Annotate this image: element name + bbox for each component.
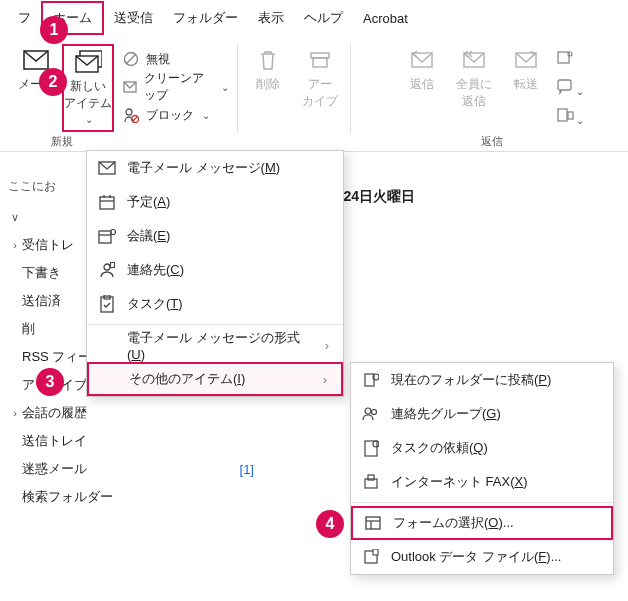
- menubar: フ ホーム 送受信 フォルダー 表示 ヘルプ Acrobat: [0, 0, 628, 36]
- reply-icon: [408, 48, 436, 72]
- mi-task-request[interactable]: タスクの依頼(Q): [351, 431, 613, 465]
- chevron-icon: ›: [8, 407, 22, 419]
- svg-rect-39: [366, 517, 380, 529]
- ribbon-group-reply: 返信 全員に 返信 転送 ⌄ ⌄ 返信: [355, 44, 628, 151]
- menu-view[interactable]: 表示: [248, 3, 294, 33]
- task-icon: [97, 294, 117, 314]
- forward-button[interactable]: 転送: [500, 44, 552, 131]
- mail-icon: [22, 48, 50, 72]
- ribbon-group-new: メール 新しい アイテム ⌄ 新規: [6, 44, 118, 151]
- mi-format[interactable]: 電子メール メッセージの形式(U)›: [87, 328, 343, 362]
- block-button[interactable]: ブロック⌄: [118, 102, 233, 128]
- block-icon: [122, 106, 140, 124]
- svg-rect-43: [373, 549, 378, 555]
- task-request-icon: [361, 438, 381, 458]
- chevron-icon: ∨: [8, 211, 22, 224]
- folder-label: 検索フォルダー: [22, 488, 268, 506]
- replyall-button[interactable]: 全員に 返信: [448, 44, 500, 131]
- folder-label: 送信トレイ: [22, 432, 268, 450]
- new-items-button[interactable]: 新しい アイテム ⌄: [62, 44, 114, 132]
- annotation-marker-3: 3: [36, 368, 64, 396]
- menu-folder[interactable]: フォルダー: [163, 3, 248, 33]
- more-reply-icon[interactable]: ⌄: [556, 106, 584, 127]
- svg-rect-28: [111, 263, 115, 268]
- mi-choose-form[interactable]: フォームの選択(O)...: [351, 506, 613, 540]
- group-icon: [361, 404, 381, 424]
- fax-icon: [361, 472, 381, 492]
- mi-contact[interactable]: 連絡先(C): [87, 253, 343, 287]
- other-items-submenu: 現在のフォルダーに投稿(P) 連絡先グループ(G) タスクの依頼(Q) インター…: [350, 362, 614, 575]
- svg-rect-18: [568, 112, 573, 119]
- ribbon: メール 新しい アイテム ⌄ 新規 無視 クリーンアップ⌄ ブロック⌄ 削除 ア…: [0, 36, 628, 152]
- svg-point-27: [104, 264, 110, 270]
- ignore-icon: [122, 50, 140, 68]
- cleanup-icon: [122, 78, 138, 96]
- menu-file[interactable]: フ: [8, 3, 41, 33]
- mi-email[interactable]: 電子メール メッセージ(M): [87, 151, 343, 185]
- calendar-icon: [97, 192, 117, 212]
- mail-icon: [97, 158, 117, 178]
- menu-sendrecv[interactable]: 送受信: [104, 3, 163, 33]
- replyall-icon: [460, 48, 488, 72]
- annotation-marker-1: 1: [40, 16, 68, 44]
- svg-rect-35: [365, 441, 377, 456]
- svg-point-34: [372, 410, 377, 415]
- svg-point-6: [126, 109, 132, 115]
- svg-rect-14: [558, 52, 569, 63]
- chevron-right-icon: ›: [325, 338, 329, 353]
- datafile-icon: [361, 547, 381, 567]
- archive-button[interactable]: アー カイブ: [294, 44, 346, 114]
- new-items-menu: 電子メール メッセージ(M) 予定(A) 会議(E) 連絡先(C) タスク(T)…: [86, 150, 344, 397]
- ribbon-group-new-label: 新規: [51, 134, 73, 149]
- annotation-marker-4: 4: [316, 510, 344, 538]
- mi-task[interactable]: タスク(T): [87, 287, 343, 321]
- trash-icon: [254, 48, 282, 72]
- new-items-label: 新しい アイテム ⌄: [64, 78, 112, 126]
- svg-point-15: [568, 52, 572, 56]
- folder-item[interactable]: 迷惑メール[1]: [8, 455, 268, 483]
- unread-count: [1]: [240, 462, 268, 477]
- mi-contact-group[interactable]: 連絡先グループ(G): [351, 397, 613, 431]
- folder-item[interactable]: ›会話の履歴: [8, 399, 268, 427]
- mi-post[interactable]: 現在のフォルダーに投稿(P): [351, 363, 613, 397]
- svg-point-36: [373, 441, 379, 447]
- chevron-icon: ›: [8, 239, 22, 251]
- schedule-label: 定表: [300, 214, 622, 238]
- menu-acrobat[interactable]: Acrobat: [353, 5, 418, 32]
- folder-label: 迷惑メール: [22, 460, 240, 478]
- ribbon-group-reply-label: 返信: [481, 134, 503, 149]
- date-heading: 4年9月24日火曜日: [300, 180, 622, 214]
- mi-other-items[interactable]: その他のアイテム(I)›: [87, 362, 343, 396]
- svg-point-33: [365, 408, 371, 414]
- archive-icon: [306, 48, 334, 72]
- mi-appointment[interactable]: 予定(A): [87, 185, 343, 219]
- svg-rect-24: [99, 231, 111, 243]
- folder-item[interactable]: 検索フォルダー: [8, 483, 268, 511]
- meeting-icon: [97, 226, 117, 246]
- svg-rect-17: [558, 109, 567, 121]
- svg-line-8: [133, 117, 138, 122]
- mi-data-file[interactable]: Outlook データ ファイル(F)...: [351, 540, 613, 574]
- mi-fax[interactable]: インターネット FAX(X): [351, 465, 613, 499]
- content-header: 4年9月24日火曜日 定表: [300, 180, 622, 242]
- contact-icon: [97, 260, 117, 280]
- im-icon[interactable]: ⌄: [556, 77, 584, 98]
- annotation-marker-2: 2: [39, 68, 67, 96]
- post-icon: [361, 370, 381, 390]
- reply-button[interactable]: 返信: [396, 44, 448, 131]
- meeting-icon[interactable]: [556, 48, 584, 69]
- delete-button[interactable]: 削除: [242, 44, 294, 97]
- mi-meeting[interactable]: 会議(E): [87, 219, 343, 253]
- folder-item[interactable]: 送信トレイ: [8, 427, 268, 455]
- svg-rect-20: [100, 197, 114, 209]
- junk-stack: 無視 クリーンアップ⌄ ブロック⌄: [118, 44, 233, 128]
- ignore-button[interactable]: 無視: [118, 46, 233, 72]
- new-items-icon: [74, 50, 102, 74]
- svg-rect-16: [558, 80, 571, 90]
- svg-line-4: [126, 54, 136, 64]
- form-icon: [363, 513, 383, 533]
- chevron-right-icon: ›: [323, 372, 327, 387]
- forward-icon: [512, 48, 540, 72]
- menu-help[interactable]: ヘルプ: [294, 3, 353, 33]
- cleanup-button[interactable]: クリーンアップ⌄: [118, 74, 233, 100]
